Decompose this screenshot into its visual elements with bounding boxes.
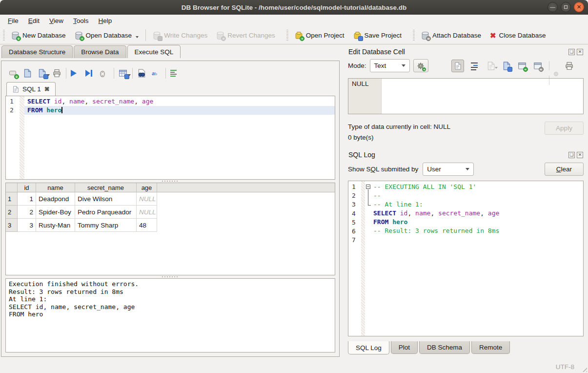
close-button[interactable]: ✕ [574, 2, 584, 12]
find-replace-icon[interactable] [137, 69, 146, 78]
right-panel: Edit Database Cell ❏ ✕ Mode: Text ➜ [343, 45, 588, 360]
cell-size-info: 0 byte(s) [348, 132, 450, 143]
close-panel-icon[interactable]: ✕ [577, 152, 583, 158]
table-row[interactable]: 2 2 Spider-Boy Pedro Parqueador NULL [6, 206, 335, 219]
toolbar-separator [165, 68, 166, 79]
row-number[interactable]: 2 [6, 206, 18, 219]
fold-collapse-icon[interactable] [366, 185, 370, 189]
table-row[interactable]: 3 3 Rusty-Man Tommy Sharp 48 [6, 219, 335, 232]
table-row[interactable]: 1 1 Deadpond Dive Wilson NULL [6, 192, 335, 206]
log-margin [361, 181, 365, 336]
word-wrap-icon[interactable] [170, 69, 180, 78]
auto-switch-mode-button[interactable]: ➜ [413, 59, 428, 72]
cell-id[interactable]: 2 [18, 206, 36, 219]
tab-execute-sql[interactable]: Execute SQL [127, 45, 181, 58]
text-mode-icon[interactable] [451, 60, 464, 72]
cell-editor[interactable]: NULL [348, 78, 584, 114]
copy-link-icon[interactable]: ∞ [533, 62, 542, 70]
window-controls: — ✕ [547, 2, 584, 12]
floppy-badge-icon [507, 67, 512, 72]
menu-help[interactable]: Help [94, 16, 117, 25]
resize-grip[interactable] [581, 366, 587, 372]
float-panel-icon[interactable]: ❏ [568, 49, 575, 55]
minimize-button[interactable]: — [547, 2, 558, 12]
cell-name[interactable]: Spider-Boy [36, 206, 75, 219]
submitted-by-select[interactable]: User [423, 163, 474, 176]
sql-toolbar: + ✕ [5, 65, 335, 82]
tab-sql-log[interactable]: SQL Log [348, 341, 389, 354]
cell-id[interactable]: 3 [18, 219, 36, 232]
tab-plot[interactable]: Plot [391, 341, 418, 354]
toolbar-grip[interactable] [413, 30, 415, 41]
cell-age[interactable]: NULL [137, 206, 157, 219]
open-sql-file-icon[interactable] [23, 69, 32, 78]
open-database-dropdown-icon[interactable] [136, 36, 139, 38]
open-project-button[interactable]: ➜ Open Project [290, 29, 349, 41]
results-grid[interactable]: id name secret_name age 1 1 Deadpond Div… [5, 183, 335, 275]
save-sql-dropdown-icon[interactable] [47, 74, 50, 76]
close-sql-tab-icon[interactable]: ✖ [44, 85, 50, 93]
cell-name[interactable]: Rusty-Man [36, 219, 75, 232]
sql-log-view[interactable]: 1 2 3 4 5 6 7 -- EXECUTING ALL IN 'SQL 1… [348, 181, 584, 336]
cell-secret-name[interactable]: Tommy Sharp [75, 219, 137, 232]
cell-secret-name[interactable]: Dive Wilson [75, 192, 137, 206]
column-header-id[interactable]: id [18, 183, 36, 192]
column-header-age[interactable]: age [137, 183, 157, 192]
toolbar-grip[interactable] [3, 30, 5, 41]
clear-button[interactable]: Clear [545, 163, 584, 176]
export-results-icon[interactable] [119, 69, 128, 78]
tab-browse-data[interactable]: Browse Data [74, 45, 126, 58]
sql-token [396, 209, 400, 217]
close-database-button[interactable]: ✖ Close Database [486, 30, 550, 41]
menu-file[interactable]: File [3, 16, 23, 25]
sql-log-filter-row: Show SQL submitted by User Clear [348, 163, 584, 176]
cell-id[interactable]: 1 [18, 192, 36, 206]
mode-select[interactable]: Text [370, 59, 410, 72]
print-icon[interactable] [565, 62, 573, 70]
close-panel-icon[interactable]: ✕ [577, 49, 583, 55]
print-icon[interactable] [52, 69, 61, 78]
float-panel-icon[interactable]: ❏ [568, 152, 575, 158]
cell-edit-area[interactable] [382, 79, 583, 114]
execute-all-icon[interactable] [71, 69, 80, 78]
corner-header-cell[interactable] [6, 183, 18, 192]
editor-code-area[interactable]: SELECT id, name, secret_name, age FROM h… [24, 96, 335, 179]
execute-current-line-icon[interactable] [85, 69, 95, 78]
tab-remote[interactable]: Remote [471, 341, 510, 354]
status-bar: UTF-8 [0, 360, 588, 373]
cell-secret-name[interactable]: Pedro Parqueador [75, 206, 137, 219]
auto-format-icon[interactable]: ab [152, 69, 161, 78]
word-wrap-icon[interactable] [471, 62, 480, 70]
encoding-indicator[interactable]: UTF-8 [556, 363, 574, 371]
save-sql-file-icon[interactable] [38, 69, 47, 78]
toolbar-grip[interactable] [286, 30, 288, 41]
menu-view[interactable]: View [44, 16, 68, 25]
export-data-icon[interactable] [502, 62, 511, 70]
export-results-dropdown-icon[interactable] [128, 74, 131, 76]
attach-database-button[interactable]: ∞ Attach Database [417, 29, 486, 41]
column-header-secret-name[interactable]: secret_name [75, 183, 137, 192]
new-database-button[interactable]: + New Database [7, 29, 70, 41]
row-number[interactable]: 3 [6, 219, 18, 232]
arrow-badge-icon: ➜ [80, 36, 84, 41]
sql-1-tab[interactable]: SQL 1 ✖ [6, 82, 56, 96]
tab-database-structure[interactable]: Database Structure [1, 45, 73, 58]
cell-editor-toolbar: ➜ ∞ [451, 60, 573, 72]
tab-db-schema[interactable]: DB Schema [419, 341, 470, 354]
cell-age[interactable]: NULL [137, 192, 157, 206]
open-sql-tab-icon[interactable]: + [8, 69, 18, 78]
sql-token: age [142, 98, 153, 105]
open-external-icon[interactable]: ➜ [518, 62, 527, 70]
row-number[interactable]: 1 [6, 192, 18, 206]
cell-age[interactable]: 48 [137, 219, 157, 232]
sql-editor[interactable]: 1 2 SELECT id, name, secret_name, age FR… [5, 96, 335, 180]
column-header-name[interactable]: name [36, 183, 75, 192]
save-project-button[interactable]: Save Project [349, 29, 406, 41]
open-database-button[interactable]: ➜ Open Database [70, 29, 143, 41]
maximize-button[interactable] [561, 2, 571, 12]
sql-token: -- Result: 3 rows returned in 8ms [373, 227, 499, 234]
cell-name[interactable]: Deadpond [36, 192, 75, 206]
menu-tools[interactable]: Tools [68, 16, 94, 25]
titlebar[interactable]: DB Browser for SQLite - /home/user/code/… [0, 0, 588, 15]
menu-edit[interactable]: Edit [23, 16, 44, 25]
